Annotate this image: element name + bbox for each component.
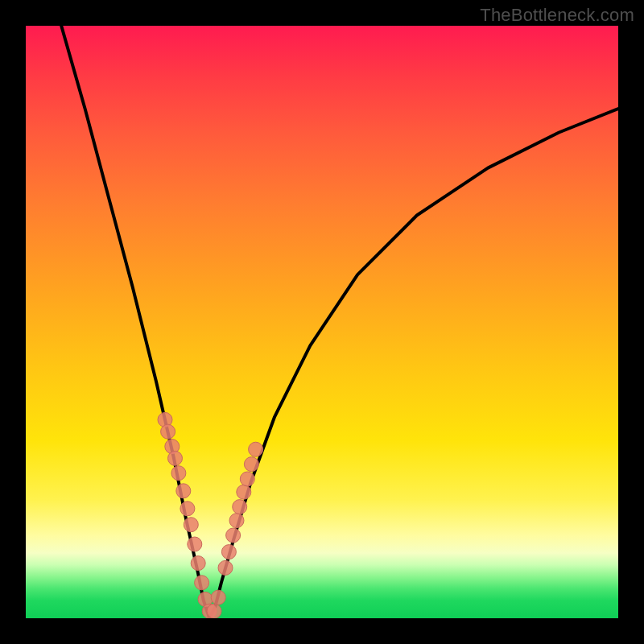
- plot-area: [26, 26, 618, 618]
- data-marker: [221, 545, 236, 559]
- data-marker: [229, 514, 244, 528]
- data-marker: [161, 424, 175, 439]
- watermark-text: TheBottleneck.com: [480, 5, 634, 26]
- data-marker: [211, 590, 225, 605]
- marker-cluster: [158, 412, 263, 618]
- data-marker: [191, 556, 205, 571]
- data-marker: [180, 502, 195, 516]
- data-marker: [249, 442, 263, 456]
- data-marker: [240, 472, 254, 486]
- curve-layer: [26, 26, 618, 618]
- data-marker: [244, 457, 258, 472]
- data-marker: [168, 451, 183, 465]
- data-marker: [226, 528, 241, 543]
- data-marker: [207, 604, 221, 618]
- bottleneck-curve: [61, 26, 618, 618]
- bottleneck-curve-path: [61, 26, 618, 618]
- data-marker: [171, 466, 186, 481]
- data-marker: [218, 560, 233, 575]
- chart-frame: TheBottleneck.com: [0, 0, 644, 644]
- data-marker: [184, 518, 198, 532]
- data-marker: [233, 500, 247, 514]
- data-marker: [195, 576, 209, 590]
- data-marker: [188, 537, 202, 551]
- data-marker: [176, 484, 191, 498]
- data-marker: [237, 485, 251, 499]
